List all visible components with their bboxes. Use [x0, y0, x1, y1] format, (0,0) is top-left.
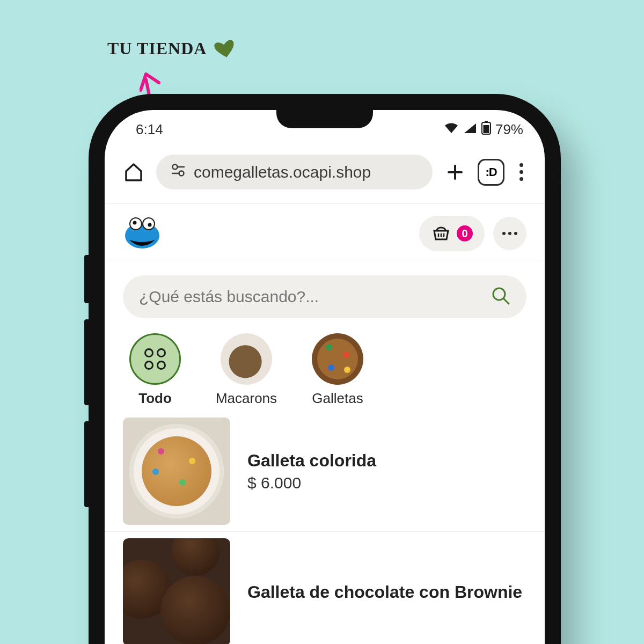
- status-time: 6:14: [136, 121, 163, 138]
- category-macarons[interactable]: Macarons: [214, 333, 279, 407]
- svg-line-19: [504, 299, 509, 304]
- product-item[interactable]: Galleta colorida $ 6.000: [105, 411, 545, 531]
- browser-home-button[interactable]: [123, 162, 144, 183]
- product-name: Galleta colorida: [247, 451, 376, 471]
- category-image: [312, 333, 363, 385]
- browser-menu-button[interactable]: [516, 163, 526, 181]
- category-label: Galletas: [312, 390, 363, 407]
- search-bar[interactable]: [123, 275, 526, 318]
- svg-point-13: [133, 221, 137, 225]
- battery-icon: [481, 121, 491, 138]
- annotation-text: TU TIENDA: [107, 39, 207, 58]
- annotation-label: TU TIENDA: [107, 39, 237, 58]
- category-galletas[interactable]: Galletas: [305, 333, 370, 407]
- product-image: [123, 538, 230, 644]
- category-label: Macarons: [216, 390, 277, 407]
- cart-count-badge: 0: [457, 225, 473, 241]
- shop-header: 0: [105, 204, 545, 261]
- svg-point-7: [179, 171, 184, 176]
- new-tab-button[interactable]: [444, 162, 466, 183]
- category-strip: Todo Macarons Galletas: [105, 324, 545, 411]
- svg-rect-3: [483, 125, 489, 133]
- product-item[interactable]: Galleta de chocolate con Brownie: [105, 531, 545, 644]
- battery-percent: 79%: [495, 121, 523, 138]
- tabs-count: :D: [485, 165, 496, 179]
- basket-icon: [431, 223, 451, 244]
- wifi-icon: [444, 121, 459, 138]
- phone-notch: [276, 110, 373, 128]
- search-icon[interactable]: [491, 286, 510, 308]
- phone-frame: 6:14 79%: [89, 94, 561, 644]
- search-input[interactable]: [139, 288, 491, 306]
- product-name: Galleta de chocolate con Brownie: [247, 582, 522, 602]
- phone-screen: 6:14 79%: [105, 110, 545, 644]
- svg-point-4: [173, 165, 178, 170]
- url-text: comegalletas.ocapi.shop: [194, 163, 371, 181]
- heart-icon: [213, 39, 237, 58]
- tabs-button[interactable]: :D: [478, 159, 504, 186]
- site-settings-icon: [170, 162, 186, 182]
- product-image: [123, 418, 230, 525]
- cart-button[interactable]: 0: [419, 216, 485, 251]
- svg-point-18: [493, 288, 505, 300]
- cell-signal-icon: [463, 121, 477, 138]
- category-image: [221, 333, 272, 385]
- browser-bar: comegalletas.ocapi.shop :D: [105, 141, 545, 204]
- url-bar[interactable]: comegalletas.ocapi.shop: [156, 155, 433, 189]
- category-todo[interactable]: Todo: [123, 333, 187, 407]
- category-label: Todo: [138, 390, 172, 407]
- svg-point-14: [148, 223, 152, 227]
- product-price: $ 6.000: [247, 474, 376, 492]
- grid-icon: [129, 333, 181, 385]
- shop-menu-button[interactable]: [493, 217, 526, 250]
- shop-logo[interactable]: [123, 217, 162, 250]
